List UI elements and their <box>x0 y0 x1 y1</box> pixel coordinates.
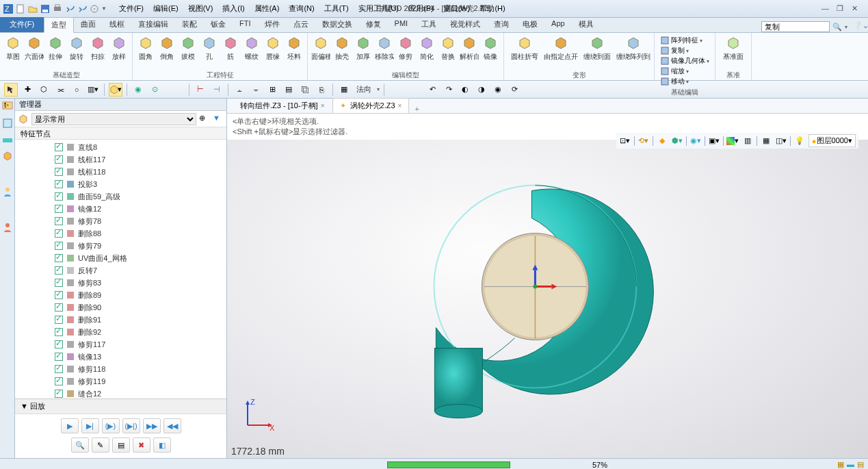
ribbon-btn-螺纹[interactable]: 螺纹 <box>241 34 262 61</box>
ribbon-btn-草图[interactable]: 草图 <box>3 34 23 61</box>
tree-checkbox[interactable] <box>55 291 63 299</box>
ribbon-btn-圆角[interactable]: 圆角 <box>135 34 156 61</box>
vt-grid2-icon[interactable]: ◫▾ <box>775 135 787 147</box>
tree-checkbox[interactable] <box>55 365 63 373</box>
ribbon-btn-缩放[interactable]: 缩放 ▾ <box>660 66 709 76</box>
tb-snap1-icon[interactable]: ◉ <box>131 83 145 97</box>
lb-person-icon[interactable] <box>2 222 13 233</box>
tree-node[interactable]: 镜像12 <box>15 203 226 215</box>
tree-node[interactable]: 镜像13 <box>15 351 226 363</box>
tree-checkbox[interactable] <box>55 303 63 312</box>
tree-node[interactable]: 反转7 <box>15 264 226 277</box>
fast-button[interactable]: ▶▶ <box>143 418 161 433</box>
tb-snap2-icon[interactable]: ⊙ <box>148 83 161 97</box>
vt-vis-icon[interactable]: ◉▾ <box>689 135 702 147</box>
tree-checkbox[interactable] <box>55 353 63 361</box>
menu-属性(A)[interactable]: 属性(A) <box>250 2 284 15</box>
ribbon-btn-拔模[interactable]: 拔模 <box>178 34 198 61</box>
vt-color-icon[interactable]: ▾ <box>726 135 739 147</box>
ribbon-btn-复制[interactable]: 复制 ▾ <box>660 46 709 55</box>
vt-bulb-icon[interactable]: 💡 <box>793 135 806 147</box>
tab-close-icon[interactable]: × <box>398 102 402 110</box>
ribbon-btn-放样[interactable]: 放样 <box>109 34 129 61</box>
menu-工具(T)[interactable]: 工具(T) <box>320 2 353 15</box>
ribbon-btn-缠绕阵列到面[interactable]: 缠绕阵列到面 <box>616 34 651 61</box>
playback-header[interactable]: ▼ 回放 <box>15 399 226 414</box>
menu-编辑(E)[interactable]: 编辑(E) <box>149 2 183 15</box>
tb-grid-icon[interactable]: ⊞ <box>265 83 279 97</box>
tree-checkbox[interactable] <box>55 316 63 324</box>
tree-checkbox[interactable] <box>55 205 63 213</box>
ribbon-tab-9[interactable]: 数据交换 <box>315 17 359 32</box>
lb-layer-icon[interactable] <box>2 134 13 145</box>
ribbon-btn-唇缘[interactable]: 唇缘 <box>263 34 283 61</box>
edit-button[interactable]: ✎ <box>92 438 109 453</box>
tree-node[interactable]: 删除90 <box>15 301 226 314</box>
tb-marker1-icon[interactable]: ⊢ <box>194 83 207 97</box>
skip-button[interactable]: (▶|) <box>122 418 140 433</box>
tb-align2-icon[interactable]: ⫟ <box>249 83 263 97</box>
tree-checkbox[interactable] <box>55 242 63 250</box>
delete-button[interactable]: ✖ <box>133 438 150 453</box>
tree-node[interactable]: 曲面59_高级 <box>15 190 226 203</box>
ribbon-btn-移动[interactable]: 移动 ▾ <box>660 77 709 86</box>
ribbon-btn-修剪[interactable]: 修剪 <box>395 34 416 61</box>
ribbon-btn-解析自相交[interactable]: 解析自相交 <box>459 34 479 61</box>
print-icon[interactable] <box>52 3 63 14</box>
sb-icon3[interactable]: ▤ <box>857 460 864 469</box>
help-icon[interactable]: ❔⌄ <box>853 21 864 32</box>
tree-node[interactable]: 投影3 <box>15 178 226 190</box>
app-icon[interactable]: Z <box>3 3 14 14</box>
tb-poly-icon[interactable]: ⬡ <box>37 83 51 97</box>
feature-tree[interactable]: 直线8线框117线框118投影3曲面59_高级镜像12修剪78删除88修剪79U… <box>15 140 226 398</box>
tree-node[interactable]: 修剪83 <box>15 277 226 289</box>
ribbon-tab-5[interactable]: 钣金 <box>204 17 233 32</box>
vt-fit-icon[interactable]: ⊡▾ <box>619 135 631 147</box>
tb-redo2-icon[interactable]: ↷ <box>442 83 456 97</box>
tree-checkbox[interactable] <box>55 377 63 385</box>
ribbon-btn-拉伸[interactable]: 拉伸 <box>45 34 66 61</box>
lb-user-icon[interactable] <box>2 186 13 197</box>
close-icon[interactable]: ✕ <box>852 4 861 14</box>
tb-nav3-icon[interactable]: ◉ <box>491 83 505 97</box>
ribbon-btn-datum[interactable]: 基准面 <box>718 34 748 61</box>
tree-checkbox[interactable] <box>55 266 63 275</box>
law-dropdown-icon[interactable]: ▾ <box>377 86 380 92</box>
open-icon[interactable] <box>27 3 38 14</box>
ribbon-btn-移除实体[interactable]: 移除实体 <box>374 34 395 61</box>
save-icon[interactable] <box>40 3 51 14</box>
tree-node[interactable]: 删除92 <box>15 326 226 338</box>
tree-node[interactable]: 修剪118 <box>15 363 226 375</box>
lb-assembly-icon[interactable]: t◦ <box>2 101 13 112</box>
ribbon-btn-镜像几何体[interactable]: 镜像几何体 ▾ <box>660 56 709 66</box>
tb-nav1-icon[interactable]: ◐ <box>458 83 472 97</box>
tree-node[interactable]: 线框118 <box>15 166 226 178</box>
ribbon-tab-15[interactable]: 电极 <box>516 17 544 32</box>
vt-section-icon[interactable]: ▣▾ <box>708 135 720 147</box>
ribbon-btn-坯料[interactable]: 坯料 <box>284 34 304 61</box>
tb-circle-icon[interactable]: ○ <box>70 83 83 97</box>
tab-close-icon[interactable]: × <box>321 102 325 110</box>
restore-icon[interactable]: ❐ <box>837 4 846 14</box>
ribbon-btn-旋转[interactable]: 旋转 <box>66 34 87 61</box>
tree-checkbox[interactable] <box>55 328 63 336</box>
ribbon-tab-17[interactable]: 模具 <box>572 17 601 32</box>
ribbon-tab-4[interactable]: 装配 <box>175 17 204 32</box>
sb-icon1[interactable]: ▦ <box>837 460 844 469</box>
ribbon-btn-扫掠[interactable]: 扫掠 <box>88 34 108 61</box>
tb-wire-icon[interactable]: ▦ <box>337 83 351 97</box>
filter-select[interactable]: 显示常用 <box>31 113 196 125</box>
doc-tab[interactable]: 涡轮外壳2.Z3× <box>332 98 410 113</box>
turbine-model[interactable] <box>381 149 668 437</box>
ribbon-tab-3[interactable]: 直接编辑 <box>131 17 175 32</box>
tb-marker2-icon[interactable]: ⊣ <box>210 83 224 97</box>
ribbon-btn-简化[interactable]: 简化 <box>417 34 437 61</box>
layer-selector[interactable]: ● 图层0000 ▾ <box>808 134 856 147</box>
ribbon-tab-2[interactable]: 线框 <box>103 17 131 32</box>
tree-node[interactable]: 删除88 <box>15 227 226 240</box>
ribbon-tab-10[interactable]: 修复 <box>359 17 388 32</box>
tb-chain-icon[interactable]: ⫘ <box>53 83 67 97</box>
ribbon-btn-倒角[interactable]: 倒角 <box>157 34 177 61</box>
ribbon-btn-圆柱折弯[interactable]: 圆柱折弯 <box>507 34 542 61</box>
sb-icon2[interactable]: ▬ <box>847 460 854 469</box>
